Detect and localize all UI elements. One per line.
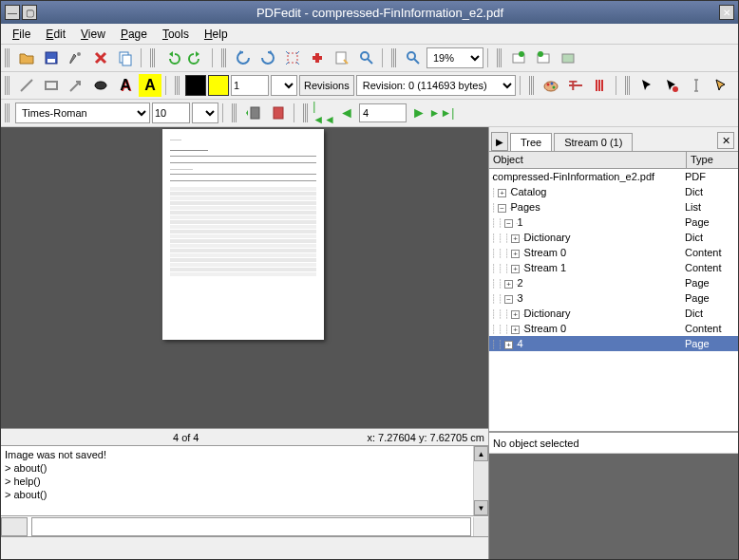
edit-text-icon[interactable] xyxy=(331,47,353,69)
tree-row[interactable]: ·compressed-FinInformation_e2.pdfPDF xyxy=(489,169,738,184)
menu-page[interactable]: Page xyxy=(113,26,155,43)
scroll-up-icon[interactable]: ▲ xyxy=(474,446,488,461)
grip-icon[interactable] xyxy=(5,48,10,67)
rect-icon[interactable] xyxy=(40,74,63,97)
tree-row[interactable]: ┊ ┊ ┊ +·Stream 0Content xyxy=(489,245,738,260)
zoom-select[interactable]: 19% xyxy=(426,47,483,68)
import-image-icon[interactable] xyxy=(532,47,555,69)
text-bold-icon[interactable]: A xyxy=(114,74,137,97)
svg-rect-1 xyxy=(47,59,55,63)
scroll-down-icon[interactable]: ▼ xyxy=(474,500,488,515)
zoom-icon[interactable] xyxy=(402,47,425,69)
revision-select[interactable]: Revision: 0 (114693 bytes) xyxy=(356,75,516,96)
rotate-right-icon[interactable] xyxy=(256,47,279,69)
command-input[interactable] xyxy=(31,517,471,536)
search-icon[interactable] xyxy=(355,47,378,69)
grip-icon[interactable] xyxy=(232,103,237,122)
export-image-icon[interactable] xyxy=(507,47,530,69)
first-page-icon[interactable]: |◄◄ xyxy=(313,103,334,123)
close-icon[interactable]: ✕ xyxy=(719,5,734,20)
tree-row[interactable]: ┊ ┊ ┊ +·Stream 0Content xyxy=(489,321,738,336)
color-bg[interactable] xyxy=(208,75,229,96)
document-view[interactable]: ——— ———————— —————— xyxy=(1,127,488,428)
strike-icon[interactable]: T xyxy=(564,74,587,97)
highlight-icon[interactable]: A xyxy=(139,74,161,97)
grip-icon[interactable] xyxy=(175,76,180,95)
run-button[interactable] xyxy=(1,517,28,536)
rotate-left-icon[interactable] xyxy=(232,47,255,69)
scrollbar[interactable]: ▲ ▼ xyxy=(473,446,488,515)
grip-icon[interactable] xyxy=(5,76,10,95)
add-page-icon[interactable] xyxy=(306,47,329,69)
grip-icon[interactable] xyxy=(497,48,502,67)
page-number-input[interactable]: 4 xyxy=(359,103,407,122)
delete-text-icon[interactable] xyxy=(589,74,612,97)
cursor-red-icon[interactable] xyxy=(660,74,683,97)
menubar: File Edit View Page Tools Help xyxy=(1,24,738,45)
palette-icon[interactable] xyxy=(540,74,562,97)
history-icon[interactable] xyxy=(473,517,488,536)
tree-row[interactable]: ┊ ┊ +·2Page xyxy=(489,275,738,290)
menu-tools[interactable]: Tools xyxy=(155,26,197,43)
menu-file[interactable]: File xyxy=(5,26,38,43)
tree-row[interactable]: ┊ −·PagesList xyxy=(489,199,738,215)
delete-page-icon[interactable] xyxy=(267,102,290,124)
tree-row[interactable]: ┊ ┊ ┊ +·DictionaryDict xyxy=(489,230,738,245)
col-type[interactable]: Type xyxy=(687,152,738,168)
color-fg[interactable] xyxy=(185,75,206,96)
svg-point-2 xyxy=(77,52,81,56)
undo-icon[interactable] xyxy=(161,47,183,69)
tree-row[interactable]: ┊ +·CatalogDict xyxy=(489,184,738,199)
tree-row[interactable]: ┊ ┊ ┊ +·DictionaryDict xyxy=(489,306,738,321)
grip-icon[interactable] xyxy=(391,48,397,67)
svg-rect-3 xyxy=(120,52,128,63)
line-width-input[interactable]: 1 xyxy=(231,75,269,96)
pointer-icon[interactable] xyxy=(710,74,732,97)
menu-edit[interactable]: Edit xyxy=(38,26,73,43)
minimize-icon[interactable]: — xyxy=(5,5,20,20)
col-object[interactable]: Object xyxy=(489,152,687,168)
prev-page-icon[interactable]: ◄ xyxy=(336,103,357,123)
line-icon[interactable] xyxy=(15,74,38,97)
grip-icon[interactable] xyxy=(150,48,156,67)
grip-icon[interactable] xyxy=(5,103,10,122)
save-icon[interactable] xyxy=(40,47,63,69)
tree-row[interactable]: ┊ ┊ +·4Page xyxy=(489,336,738,351)
insert-before-icon[interactable] xyxy=(242,102,265,124)
font-size-input[interactable]: 10 xyxy=(152,103,190,123)
tab-tree[interactable]: Tree xyxy=(510,133,552,151)
maximize-icon[interactable]: ▢ xyxy=(22,5,37,20)
cursor-icon[interactable] xyxy=(635,74,658,97)
font-select[interactable]: Times-Roman xyxy=(15,103,150,123)
tree-body[interactable]: ·compressed-FinInformation_e2.pdfPDF┊ +·… xyxy=(489,169,738,431)
grip-icon[interactable] xyxy=(221,48,227,67)
grip-icon[interactable] xyxy=(529,76,535,95)
tab-scroll-icon[interactable]: ▶ xyxy=(491,132,508,151)
last-page-icon[interactable]: ►►| xyxy=(431,103,452,123)
menu-help[interactable]: Help xyxy=(197,26,236,43)
tab-close-icon[interactable]: ✕ xyxy=(717,132,734,149)
grip-icon[interactable] xyxy=(625,76,631,95)
tree-row[interactable]: ┊ ┊ −·1Page xyxy=(489,215,738,230)
close-doc-icon[interactable] xyxy=(89,47,112,69)
text-cursor-icon[interactable] xyxy=(685,74,708,97)
redo-icon[interactable] xyxy=(185,47,208,69)
property-body xyxy=(489,454,738,560)
next-page-icon[interactable]: ► xyxy=(408,103,429,123)
tab-stream[interactable]: Stream 0 (1) xyxy=(554,133,633,151)
open-icon[interactable] xyxy=(15,47,38,69)
line-style-select[interactable] xyxy=(271,75,297,96)
svg-rect-6 xyxy=(336,52,346,64)
menu-view[interactable]: View xyxy=(73,26,113,43)
ellipse-icon[interactable] xyxy=(89,74,112,97)
fit-page-icon[interactable] xyxy=(281,47,304,69)
image-icon[interactable] xyxy=(557,47,579,69)
arrow-icon[interactable] xyxy=(65,74,87,97)
copy-icon[interactable] xyxy=(114,47,137,69)
font-style-select[interactable] xyxy=(192,103,218,123)
svg-rect-4 xyxy=(123,55,131,65)
options-icon[interactable] xyxy=(65,47,87,69)
grip-icon[interactable] xyxy=(303,103,309,122)
tree-row[interactable]: ┊ ┊ ┊ +·Stream 1Content xyxy=(489,260,738,275)
tree-row[interactable]: ┊ ┊ −·3Page xyxy=(489,290,738,306)
